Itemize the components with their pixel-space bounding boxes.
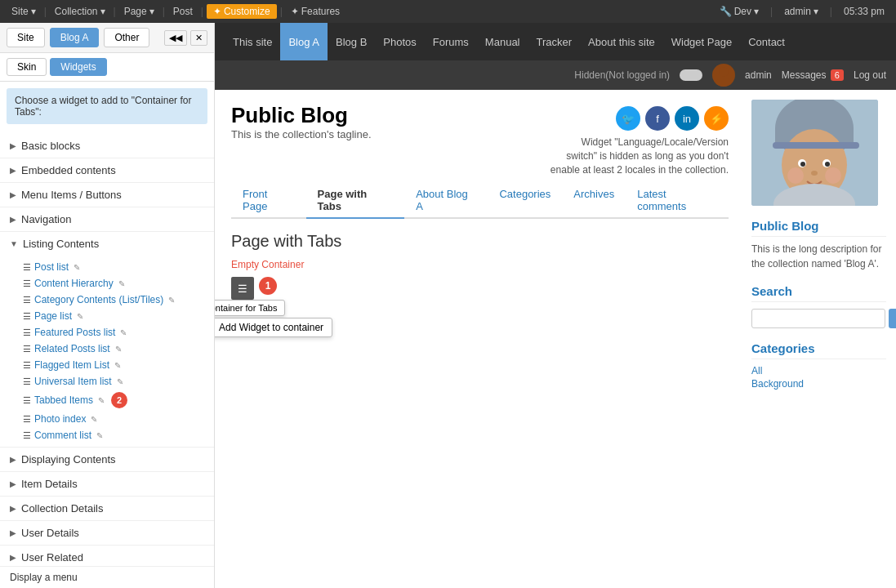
admin-post-menu[interactable]: Post	[168, 6, 198, 17]
list-item[interactable]: ☰ Related Posts list ✎	[13, 341, 214, 357]
tab-latest-comments[interactable]: Latest comments	[626, 183, 729, 219]
list-item[interactable]: ☰ Category Contents (List/Tiles) ✎	[13, 292, 214, 308]
nav-manual[interactable]: Manual	[477, 23, 528, 60]
rss-icon[interactable]: ⚡	[704, 106, 729, 131]
list-item[interactable]: ☰ Page list ✎	[13, 308, 214, 324]
user-name-link[interactable]: admin	[745, 69, 772, 81]
tab-categories[interactable]: Categories	[488, 183, 562, 219]
section-user-related-label: User Related	[21, 551, 83, 564]
item-label: Universal Item list	[34, 376, 112, 387]
category-all[interactable]: All	[751, 364, 886, 377]
admin-features-menu[interactable]: ✦ Features	[286, 6, 345, 17]
admin-collection-arrow: ▾	[100, 6, 105, 17]
public-blog-title: Public Blog	[751, 219, 886, 237]
section-embedded-contents-header[interactable]: ▶ Embedded contents	[0, 158, 214, 182]
facebook-icon[interactable]: f	[645, 106, 670, 131]
list-icon: ☰	[23, 395, 31, 406]
tab-front-page[interactable]: Front Page	[231, 183, 306, 219]
logged-in-toggle[interactable]	[680, 69, 702, 81]
list-icon: ☰	[23, 295, 31, 305]
sidebar-close-btn[interactable]: ✕	[190, 30, 207, 46]
nav-about[interactable]: About this site	[580, 23, 663, 60]
admin-site-menu[interactable]: Site ▾	[7, 6, 41, 17]
messages-link[interactable]: Messages 6	[782, 69, 844, 81]
nav-contact[interactable]: Contact	[740, 23, 793, 60]
content-area: This site Blog A Blog B Photos Forums Ma…	[215, 23, 896, 588]
list-item[interactable]: ☰ Universal Item list ✎	[13, 373, 214, 390]
category-background[interactable]: Background	[751, 377, 886, 390]
twitter-icon[interactable]: 🐦	[616, 106, 640, 131]
tab-page-with-tabs[interactable]: Page with Tabs	[306, 183, 405, 219]
svg-point-11	[811, 171, 818, 176]
section-navigation-header[interactable]: ▶ Navigation	[0, 207, 214, 231]
list-item[interactable]: ☰ Content Hierarchy ✎	[13, 275, 214, 292]
admin-post-label: Post	[173, 6, 193, 17]
admin-dev-menu[interactable]: 🔧 Dev ▾	[715, 6, 764, 17]
edit-icon: ✎	[74, 263, 80, 272]
tab-blog-a[interactable]: Blog A	[50, 28, 100, 47]
tab-other[interactable]: Other	[104, 28, 149, 47]
page-content: Public Blog This is the collection's tag…	[215, 90, 896, 588]
nav-this-site[interactable]: This site	[225, 23, 280, 60]
add-widget-badge[interactable]: 1	[259, 277, 277, 295]
public-blog-widget: Public Blog This is the long description…	[751, 219, 886, 271]
section-item-details-header[interactable]: ▶ Item Details	[0, 472, 214, 496]
section-menu-items-header[interactable]: ▶ Menu Items / Buttons	[0, 183, 214, 207]
admin-customize-btn[interactable]: ✦ Customize	[207, 4, 277, 19]
admin-bar: Site ▾ | Collection ▾ | Page ▾ | Post | …	[0, 0, 896, 23]
tab-archives[interactable]: Archives	[562, 183, 626, 219]
admin-user-menu[interactable]: admin ▾	[779, 6, 823, 17]
search-input[interactable]	[751, 309, 885, 328]
nav-blog-b[interactable]: Blog B	[328, 23, 375, 60]
nav-forums[interactable]: Forums	[425, 23, 477, 60]
list-item[interactable]: ☰ Photo index ✎	[13, 411, 214, 427]
list-icon: ☰	[23, 278, 31, 289]
left-sidebar: Site Blog A Other ◀◀ ✕ Skin Widgets Choo…	[0, 23, 215, 588]
info-box: Choose a widget to add to "Container for…	[7, 88, 207, 124]
tab-about-blog-a[interactable]: About Blog A	[404, 183, 488, 219]
section-displaying-contents-header[interactable]: ▶ Displaying Contents	[0, 448, 214, 471]
section-navigation: ▶ Navigation	[0, 207, 214, 232]
list-item[interactable]: ☰ Featured Posts list ✎	[13, 324, 214, 341]
nav-photos[interactable]: Photos	[375, 23, 424, 60]
list-item[interactable]: ☰ Post list ✎	[13, 259, 214, 275]
nav-blog-a[interactable]: Blog A	[280, 23, 328, 60]
chevron-right-icon: ▶	[10, 455, 16, 464]
linkedin-icon[interactable]: in	[675, 106, 699, 131]
section-user-details: ▶ User Details	[0, 521, 214, 546]
tab-site[interactable]: Site	[7, 28, 45, 47]
section-displaying-contents: ▶ Displaying Contents	[0, 448, 214, 472]
section-collection-details-header[interactable]: ▶ Collection Details	[0, 497, 214, 520]
nav-tracker[interactable]: Tracker	[528, 23, 581, 60]
nav-widget-page[interactable]: Widget Page	[663, 23, 740, 60]
sidebar-tab-bar: Site Blog A Other ◀◀ ✕	[0, 23, 214, 53]
section-basic-blocks-header[interactable]: ▶ Basic blocks	[0, 134, 214, 158]
tab-widgets[interactable]: Widgets	[50, 58, 106, 76]
section-user-details-header[interactable]: ▶ User Details	[0, 521, 214, 545]
list-item[interactable]: ☰ Tabbed Items ✎ 2	[13, 390, 214, 411]
logout-link[interactable]: Log out	[854, 69, 886, 81]
section-user-related-header[interactable]: ▶ User Related	[0, 546, 214, 566]
widget-list-btn[interactable]: ☰	[231, 277, 254, 300]
baby-image	[751, 100, 878, 206]
list-item[interactable]: ☰ Comment list ✎	[13, 427, 214, 443]
wrench-icon: 🔧	[720, 6, 732, 17]
search-widget: Search Search	[751, 284, 886, 328]
search-button[interactable]: Search	[889, 309, 896, 328]
edit-icon: ✎	[91, 415, 97, 424]
add-widget-tooltip: Add Widget to container	[215, 318, 332, 337]
sidebar-back-btn[interactable]: ◀◀	[164, 30, 187, 46]
section-listing-contents-body: ☰ Post list ✎ ☰ Content Hierarchy ✎ ☰ Ca…	[0, 256, 214, 447]
admin-collection-menu[interactable]: Collection ▾	[50, 6, 110, 17]
public-blog-description: This is the long description for the col…	[751, 242, 886, 271]
admin-page-arrow: ▾	[149, 6, 154, 17]
admin-page-label: Page	[124, 6, 147, 17]
site-nav: This site Blog A Blog B Photos Forums Ma…	[215, 23, 896, 60]
item-label: Page list	[34, 310, 72, 322]
admin-page-menu[interactable]: Page ▾	[119, 6, 159, 17]
list-item[interactable]: ☰ Flagged Item List ✎	[13, 357, 214, 373]
display-menu-label: Display a menu	[0, 566, 214, 588]
page-tabs: Front Page Page with Tabs About Blog A C…	[231, 183, 729, 219]
section-listing-contents-header[interactable]: ▼ Listing Contents	[0, 232, 214, 256]
tab-skin[interactable]: Skin	[7, 58, 47, 76]
